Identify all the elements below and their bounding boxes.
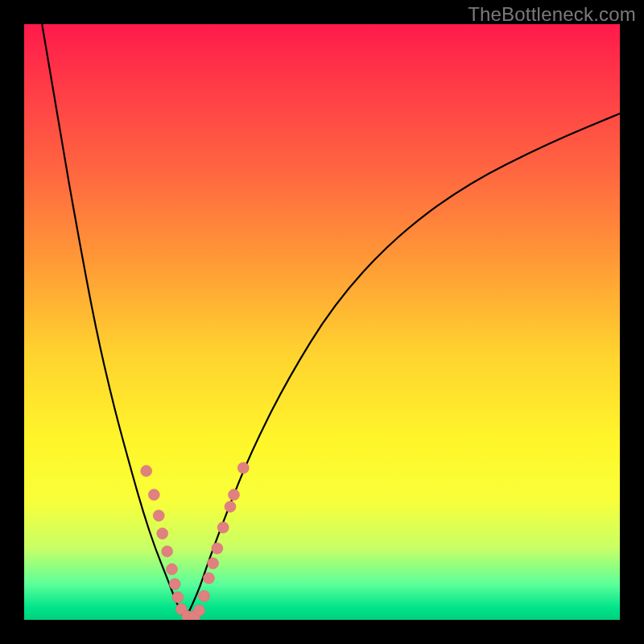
marker-dot bbox=[141, 465, 152, 477]
plot-area bbox=[24, 24, 620, 620]
marker-dots bbox=[141, 462, 250, 620]
marker-dot bbox=[153, 510, 164, 522]
marker-dot bbox=[167, 564, 178, 575]
marker-dot bbox=[217, 522, 229, 533]
marker-dot bbox=[172, 592, 184, 603]
marker-dot bbox=[229, 489, 240, 501]
marker-dot bbox=[157, 528, 168, 539]
marker-dot bbox=[194, 605, 205, 616]
marker-dot bbox=[199, 590, 210, 601]
watermark-text: TheBottleneck.com bbox=[468, 3, 636, 26]
marker-dot bbox=[237, 462, 249, 473]
marker-dot bbox=[203, 572, 214, 584]
marker-dot bbox=[169, 579, 180, 590]
curve-right bbox=[185, 114, 620, 620]
marker-dot bbox=[208, 558, 219, 569]
curve-layer bbox=[24, 24, 620, 620]
marker-dot bbox=[148, 489, 159, 501]
marker-dot bbox=[162, 546, 173, 557]
chart-frame: TheBottleneck.com bbox=[0, 0, 644, 644]
marker-dot bbox=[225, 501, 236, 512]
marker-dot bbox=[212, 543, 223, 554]
